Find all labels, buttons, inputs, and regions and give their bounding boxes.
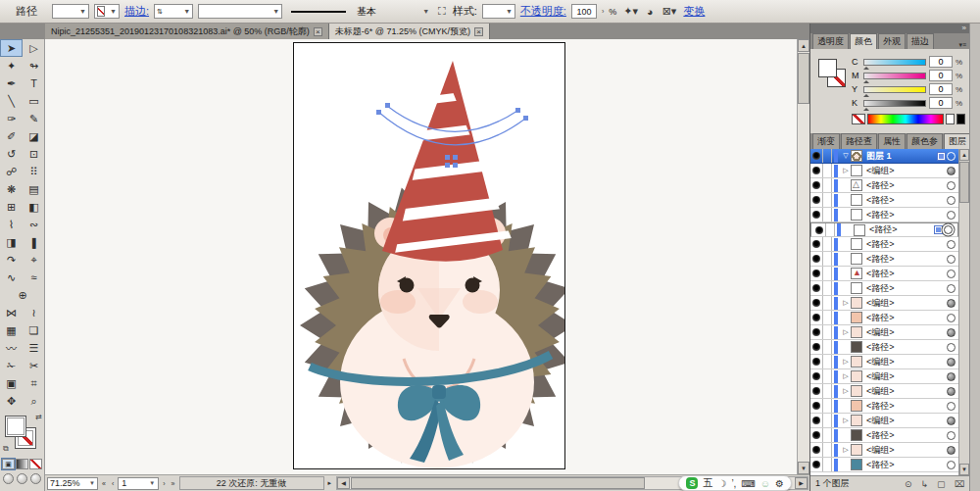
layer-row[interactable]: <路径>: [810, 311, 958, 325]
visibility-eye-icon[interactable]: [812, 387, 820, 395]
gradient-tool[interactable]: ◧: [23, 198, 45, 216]
layer-name[interactable]: <路径>: [869, 223, 935, 236]
column-graph-tool[interactable]: ❚: [23, 233, 45, 251]
opacity-input[interactable]: 100: [571, 4, 597, 19]
document-tab-active[interactable]: 未标题-6* @ 71.25% (CMYK/预览) ×: [329, 24, 490, 39]
page-tool[interactable]: ❏: [23, 321, 45, 339]
visibility-eye-icon[interactable]: [812, 446, 820, 454]
layer-thumbnail[interactable]: [851, 429, 862, 441]
visibility-eye-icon[interactable]: [812, 299, 820, 307]
layer-thumbnail[interactable]: [851, 179, 862, 191]
tab-color-guide[interactable]: 颜色参: [906, 133, 943, 149]
lasso-tool[interactable]: ↬: [23, 57, 45, 74]
lock-column[interactable]: [823, 369, 832, 383]
next-page-button[interactable]: ›: [161, 480, 167, 487]
expand-arrow-icon[interactable]: ▷: [841, 417, 851, 424]
skin-icon[interactable]: ☺: [760, 478, 770, 489]
close-icon[interactable]: ×: [474, 27, 483, 36]
expand-arrow-icon[interactable]: ▷: [841, 372, 851, 380]
layer-row[interactable]: <路径>: [810, 222, 958, 237]
graphic-style-select[interactable]: ▼: [482, 4, 515, 19]
lock-column[interactable]: [823, 193, 832, 207]
tab-attributes[interactable]: 属性: [878, 133, 906, 149]
layer-name[interactable]: <编组>: [866, 326, 947, 339]
target-circle[interactable]: [947, 461, 956, 469]
layer-thumbnail[interactable]: [851, 209, 862, 221]
layer-row[interactable]: <路径>: [810, 458, 958, 472]
layer-name[interactable]: <路径>: [866, 429, 947, 442]
eraser-tool[interactable]: ◪: [23, 127, 45, 145]
tab-color[interactable]: 颜色: [850, 33, 877, 49]
target-circle[interactable]: [947, 314, 956, 322]
canvas-area[interactable]: ▲ ▼: [45, 39, 809, 474]
clipping-mask-icon[interactable]: ⊙: [905, 479, 912, 489]
paintbrush-tool[interactable]: ✑: [0, 110, 23, 127]
visibility-eye-icon[interactable]: [812, 255, 820, 263]
visibility-eye-icon[interactable]: [812, 328, 820, 336]
layer-thumbnail[interactable]: [851, 282, 862, 294]
layer-row[interactable]: ▷ <编组>: [810, 384, 958, 399]
visibility-eye-icon[interactable]: [812, 181, 820, 189]
expand-arrow-icon[interactable]: ▷: [841, 387, 851, 395]
layer-row[interactable]: ▷ <编组>: [810, 443, 958, 458]
default-fill-stroke-icon[interactable]: ⧉: [3, 444, 9, 454]
target-circle[interactable]: [947, 328, 956, 337]
punctuation-icon[interactable]: ’,: [731, 478, 736, 489]
lock-column[interactable]: [823, 281, 832, 295]
scroll-down-icon[interactable]: ▼: [798, 462, 809, 474]
lock-column[interactable]: [823, 149, 832, 163]
target-circle[interactable]: [947, 152, 956, 161]
layer-name[interactable]: <编组>: [866, 415, 947, 427]
expand-arrow-icon[interactable]: ▷: [841, 328, 851, 336]
wrinkle-tool[interactable]: 〰: [0, 339, 23, 357]
document-tab-inactive[interactable]: Nipic_21255351_20190123170108321083.ai* …: [45, 24, 329, 39]
lock-column[interactable]: [823, 325, 832, 339]
layer-row[interactable]: <路径>: [810, 428, 958, 443]
delete-layer-icon[interactable]: ⌧: [955, 479, 964, 489]
reshape-tool[interactable]: ↷: [0, 251, 23, 269]
expand-arrow-icon[interactable]: ▷: [841, 446, 851, 454]
layer-thumbnail[interactable]: [851, 238, 862, 250]
layer-name[interactable]: <路径>: [866, 400, 947, 413]
recolor-artwork-icon[interactable]: ◕: [645, 6, 656, 18]
target-circle[interactable]: [947, 402, 956, 411]
dock-collapse-bar[interactable]: »: [810, 24, 969, 33]
visibility-eye-icon[interactable]: [812, 417, 820, 424]
target-circle[interactable]: [947, 181, 956, 190]
layer-name[interactable]: <路径>: [866, 179, 947, 192]
lock-column[interactable]: [823, 296, 832, 310]
scrollbar-thumb[interactable]: [959, 162, 969, 203]
layer-thumbnail[interactable]: [851, 444, 862, 456]
slice-tool[interactable]: ⌗: [23, 374, 45, 392]
layer-row-layer1[interactable]: ▽ 图层 1: [810, 149, 958, 164]
color-value-input[interactable]: 0: [929, 70, 953, 81]
gradient-mode-button[interactable]: [16, 459, 28, 469]
mesh-grid-tool[interactable]: ▦: [0, 321, 23, 339]
status-menu-icon[interactable]: ▸: [326, 479, 334, 487]
artboard[interactable]: [293, 42, 565, 469]
tab-pathfinder[interactable]: 路径查: [841, 133, 877, 149]
layer-row[interactable]: ▷ <编组>: [810, 414, 958, 428]
visibility-eye-icon[interactable]: [815, 226, 823, 234]
target-circle[interactable]: [947, 431, 956, 440]
layer-name[interactable]: <路径>: [866, 459, 947, 471]
direct-selection-tool[interactable]: ▷: [23, 39, 45, 57]
visibility-eye-icon[interactable]: [812, 284, 820, 292]
layer-thumbnail[interactable]: [851, 370, 862, 382]
layer-name[interactable]: <路径>: [866, 268, 947, 280]
layer-row[interactable]: ▷ <编组>: [810, 164, 958, 178]
target-circle[interactable]: [947, 284, 956, 293]
visibility-eye-icon[interactable]: [812, 196, 820, 204]
target-circle[interactable]: [947, 270, 956, 278]
scissors-tool[interactable]: ✂: [23, 357, 45, 374]
line-tool[interactable]: ╲: [0, 92, 23, 110]
layer-row[interactable]: <路径>: [810, 281, 958, 296]
visibility-eye-icon[interactable]: [812, 343, 820, 351]
tab-stroke[interactable]: 描边: [906, 33, 934, 49]
panel-menu-icon[interactable]: ▾≡: [956, 41, 969, 49]
color-slider[interactable]: [863, 86, 926, 93]
visibility-eye-icon[interactable]: [812, 461, 820, 468]
color-value-input[interactable]: 0: [929, 56, 953, 68]
distort-tool[interactable]: ≀: [23, 304, 45, 321]
knife-tool[interactable]: ✁: [0, 357, 23, 374]
